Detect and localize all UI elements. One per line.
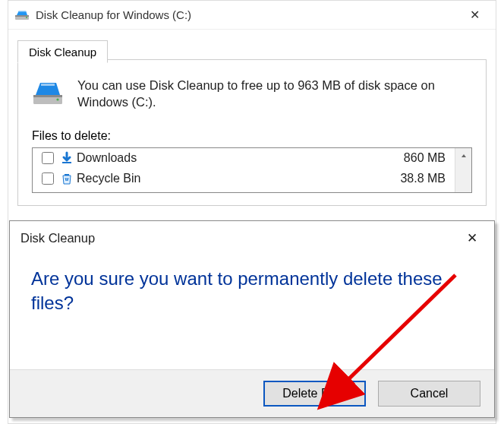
svg-point-6 (56, 98, 58, 100)
list-item[interactable]: Downloads 860 MB (33, 148, 455, 169)
svg-rect-1 (15, 15, 29, 17)
drive-icon (32, 77, 64, 109)
list-rows: Downloads 860 MB Recycle Bin 38.8 MB (33, 148, 455, 192)
svg-point-2 (26, 17, 27, 18)
confirm-dialog: Disk Cleanup ✕ Are you sure you want to … (9, 220, 495, 418)
row-size: 860 MB (404, 151, 449, 165)
tab-disk-cleanup[interactable]: Disk Cleanup (17, 40, 108, 63)
row-name: Downloads (77, 151, 404, 165)
svg-rect-5 (33, 95, 62, 97)
row-size: 38.8 MB (400, 172, 449, 185)
scroll-up-icon[interactable] (455, 148, 471, 163)
titlebar: Disk Cleanup for Windows (C:) ✕ (8, 1, 496, 30)
dialog-question: Are you sure you want to permanently del… (31, 267, 473, 316)
files-to-delete-label: Files to delete: (32, 129, 472, 143)
tab-panel: You can use Disk Cleanup to free up to 9… (17, 59, 487, 206)
dialog-buttons: Delete Files Cancel (10, 369, 494, 417)
svg-rect-7 (41, 84, 55, 86)
dialog-title: Disk Cleanup (20, 231, 461, 245)
dialog-body: Are you sure you want to permanently del… (10, 255, 494, 369)
row-checkbox[interactable] (42, 172, 54, 185)
row-name: Recycle Bin (77, 172, 400, 185)
svg-rect-8 (62, 162, 71, 163)
download-arrow-icon (60, 151, 74, 165)
tab-strip: Disk Cleanup (8, 30, 496, 60)
scrollbar[interactable] (455, 148, 471, 192)
window-title: Disk Cleanup for Windows (C:) (36, 8, 459, 21)
recycle-bin-icon (60, 172, 74, 185)
dialog-titlebar: Disk Cleanup ✕ (10, 221, 494, 255)
info-text: You can use Disk Cleanup to free up to 9… (77, 77, 472, 111)
delete-files-button[interactable]: Delete Files (263, 381, 366, 407)
list-item[interactable]: Recycle Bin 38.8 MB (33, 169, 455, 189)
cancel-button[interactable]: Cancel (378, 381, 480, 407)
drive-cleanup-icon (14, 8, 30, 23)
close-icon[interactable]: ✕ (459, 8, 490, 22)
svg-rect-3 (19, 11, 26, 12)
row-checkbox[interactable] (42, 152, 54, 164)
info-row: You can use Disk Cleanup to free up to 9… (32, 77, 472, 111)
files-listbox: Downloads 860 MB Recycle Bin 38.8 MB (32, 147, 472, 193)
close-icon[interactable]: ✕ (461, 230, 484, 246)
